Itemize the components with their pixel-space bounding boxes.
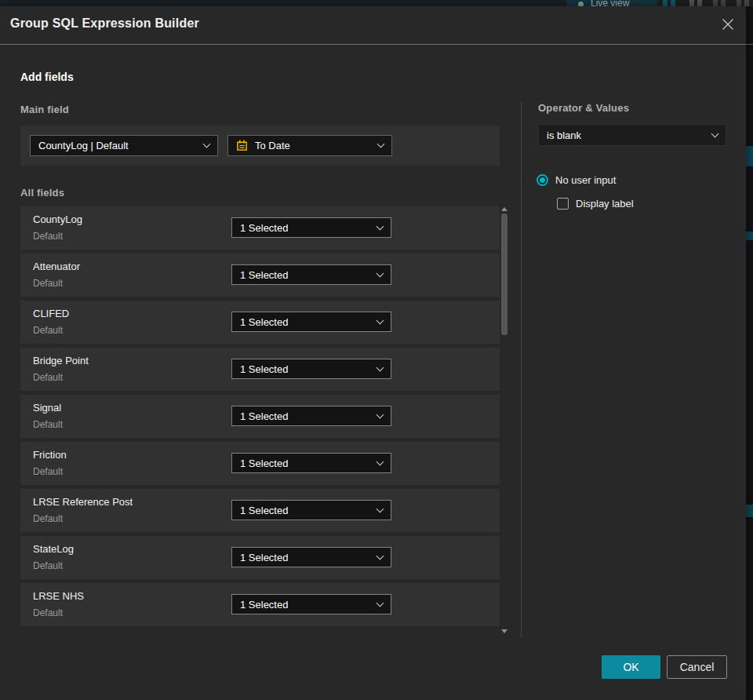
selection-value: 1 Selected	[240, 269, 288, 281]
field-subtitle: Default	[33, 325, 63, 336]
field-row: LRSE Reference Post Default 1 Selected	[20, 489, 500, 532]
live-view-label: Live view	[591, 0, 629, 6]
field-name: LRSE Reference Post	[33, 496, 133, 508]
selection-value: 1 Selected	[240, 410, 288, 422]
toolbar-bar-icon	[663, 0, 668, 6]
field-selection-dropdown[interactable]: 1 Selected	[231, 594, 391, 614]
vertical-divider	[521, 102, 522, 637]
selection-value: 1 Selected	[240, 599, 288, 611]
field-row: Bridge Point Default 1 Selected	[20, 348, 500, 391]
edge-fragment	[746, 44, 753, 45]
field-row: Attenuator Default 1 Selected	[20, 253, 500, 297]
cancel-button[interactable]: Cancel	[667, 655, 727, 679]
chevron-down-icon	[203, 140, 211, 148]
background-app-edge	[746, 6, 753, 700]
field-subtitle: Default	[33, 278, 63, 289]
background-app-header: Live view	[0, 0, 753, 6]
display-label-checkbox[interactable]	[557, 198, 569, 210]
operator-select[interactable]: is blank	[538, 124, 726, 146]
field-subtitle: Default	[33, 231, 63, 242]
field-name: LRSE NHS	[33, 590, 84, 602]
all-fields-label: All fields	[20, 187, 64, 199]
edge-fragment	[746, 146, 753, 166]
chevron-down-icon	[376, 410, 384, 418]
field-row: CLIFED Default 1 Selected	[20, 301, 500, 344]
chevron-down-icon	[377, 140, 385, 148]
toolbar-bar-icon	[721, 0, 726, 6]
toolbar-bar-icon	[713, 0, 718, 6]
main-field-field-select[interactable]: To Date	[227, 135, 392, 156]
field-name: Signal	[33, 402, 61, 414]
field-selection-dropdown[interactable]: 1 Selected	[231, 406, 391, 426]
field-selection-dropdown[interactable]: 1 Selected	[231, 500, 391, 520]
operator-value: is blank	[547, 129, 581, 141]
toolbar-bar-icon	[737, 0, 741, 6]
chevron-down-icon	[376, 269, 384, 277]
selection-value: 1 Selected	[240, 552, 288, 563]
radio-selected-dot	[540, 177, 545, 183]
field-selection-dropdown[interactable]: 1 Selected	[231, 359, 391, 379]
field-row: Friction Default 1 Selected	[20, 442, 500, 485]
ok-button[interactable]: OK	[602, 655, 660, 679]
field-name: CountyLog	[33, 213, 82, 225]
no-user-input-radio[interactable]	[537, 174, 548, 186]
scrollbar-down-arrow-icon[interactable]	[501, 629, 507, 633]
live-view-button[interactable]: Live view	[566, 0, 657, 6]
field-subtitle: Default	[33, 372, 63, 383]
field-selection-dropdown[interactable]: 1 Selected	[231, 264, 391, 285]
selection-value: 1 Selected	[240, 316, 288, 328]
field-name: Attenuator	[33, 261, 80, 272]
edge-fragment	[746, 232, 753, 240]
edge-fragment	[746, 505, 753, 517]
scrollbar-thumb[interactable]	[501, 213, 507, 335]
chevron-down-icon	[376, 552, 384, 560]
field-subtitle: Default	[33, 607, 63, 618]
chevron-down-icon	[376, 505, 384, 512]
screen: Live view Group SQL Expression Builder	[0, 0, 753, 700]
field-name: Friction	[33, 449, 67, 461]
field-row: CountyLog Default 1 Selected	[20, 206, 500, 250]
layer-select-value: CountyLog | Default	[38, 140, 129, 151]
chevron-down-icon	[376, 222, 384, 230]
field-row: Signal Default 1 Selected	[20, 395, 500, 438]
selection-value: 1 Selected	[240, 363, 288, 375]
field-subtitle: Default	[33, 466, 63, 477]
selection-value: 1 Selected	[240, 458, 288, 469]
toolbar-bar-icon	[689, 0, 694, 6]
toolbar-bar-icon	[697, 0, 702, 6]
chevron-down-icon	[711, 129, 719, 137]
chevron-down-icon	[376, 458, 384, 465]
field-selection-dropdown[interactable]: 1 Selected	[231, 217, 391, 238]
field-selection-dropdown[interactable]: 1 Selected	[231, 453, 391, 473]
field-subtitle: Default	[33, 513, 63, 524]
close-icon[interactable]	[720, 16, 736, 32]
main-field-panel: CountyLog | Default To Date	[20, 126, 500, 166]
field-name: CLIFED	[33, 308, 69, 319]
selection-value: 1 Selected	[240, 505, 288, 516]
add-fields-heading: Add fields	[20, 71, 74, 83]
main-field-label: Main field	[20, 104, 69, 115]
chevron-down-icon	[376, 363, 384, 371]
field-selection-dropdown[interactable]: 1 Selected	[231, 312, 391, 332]
no-user-input-label: No user input	[555, 174, 616, 186]
dialog-titlebar: Group SQL Expression Builder	[0, 6, 746, 45]
display-label-text: Display label	[576, 198, 634, 210]
selection-value: 1 Selected	[240, 222, 288, 234]
date-calendar-icon	[236, 140, 248, 151]
dialog-title: Group SQL Expression Builder	[10, 16, 199, 31]
field-row: StateLog Default 1 Selected	[20, 536, 500, 579]
chevron-down-icon	[376, 316, 384, 324]
scrollbar-up-arrow-icon[interactable]	[501, 207, 507, 211]
chevron-down-icon	[376, 599, 384, 607]
field-subtitle: Default	[33, 560, 63, 571]
field-select-value: To Date	[255, 140, 290, 151]
toolbar-bar-icon	[671, 0, 675, 6]
field-selection-dropdown[interactable]: 1 Selected	[231, 547, 391, 567]
field-subtitle: Default	[33, 419, 63, 430]
field-name: Bridge Point	[33, 355, 89, 366]
toolbar-bar-icon	[744, 0, 749, 6]
group-sql-expression-builder-dialog: Group SQL Expression Builder Add fields …	[0, 6, 746, 700]
main-field-layer-select[interactable]: CountyLog | Default	[30, 135, 218, 156]
all-fields-list: CountyLog Default 1 Selected Attenuator …	[20, 206, 500, 626]
operator-values-label: Operator & Values	[538, 102, 629, 114]
